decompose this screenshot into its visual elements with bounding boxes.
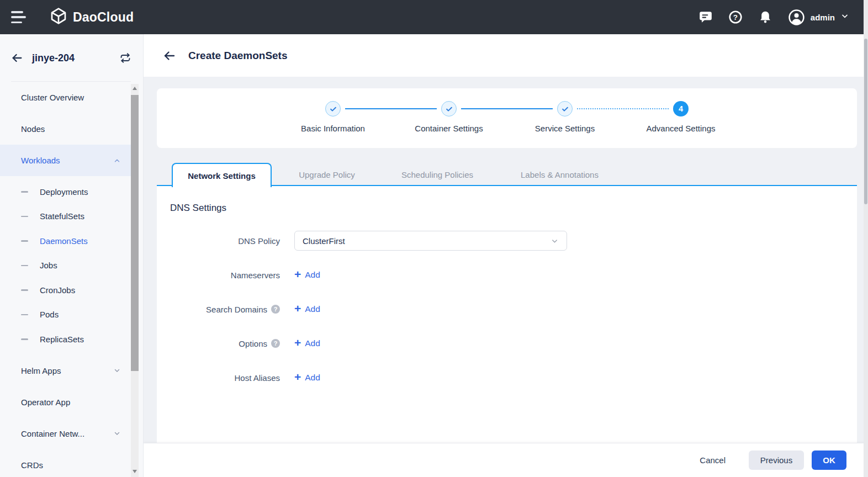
tabstrip: Network SettingsUpgrade PolicyScheduling… bbox=[157, 163, 857, 186]
form-row-options: Options?+Add bbox=[157, 326, 857, 361]
sidebar-item-cluster-overview[interactable]: Cluster Overview bbox=[0, 82, 131, 113]
step-check-icon bbox=[325, 101, 341, 116]
tab-network-settings[interactable]: Network Settings bbox=[172, 163, 272, 187]
dash-icon bbox=[21, 216, 28, 218]
sidebar-item-label: CRDs bbox=[21, 460, 121, 470]
sidebar-item-label: Deployments bbox=[40, 187, 121, 197]
page-title: Create DaemonSets bbox=[188, 50, 288, 62]
field-label: Search Domains bbox=[206, 305, 267, 314]
stepper: Basic InformationContainer SettingsServi… bbox=[157, 88, 857, 148]
form-row-host-aliases: Host Aliases+Add bbox=[157, 361, 857, 395]
sidebar-item-workloads[interactable]: Workloads bbox=[0, 145, 131, 176]
help-icon[interactable]: ? bbox=[271, 305, 280, 314]
field-label: Nameservers bbox=[231, 271, 280, 280]
sidebar-scrollbar-thumb[interactable] bbox=[131, 95, 139, 371]
sidebar-item-label: DaemonSets bbox=[40, 236, 121, 246]
step-service-settings[interactable]: Service Settings bbox=[507, 88, 623, 148]
dns-form: DNS Policy ClusterFirst Nameservers+AddS… bbox=[157, 224, 857, 395]
step-connector bbox=[577, 108, 669, 109]
sidebar-back-icon[interactable] bbox=[11, 52, 23, 64]
dns-policy-label: DNS Policy bbox=[238, 236, 280, 246]
bell-icon[interactable] bbox=[758, 10, 773, 25]
page-scrollbar[interactable] bbox=[864, 0, 868, 477]
sidebar-item-pods[interactable]: Pods bbox=[0, 303, 131, 327]
sidebar-item-operator-app[interactable]: Operator App bbox=[0, 386, 131, 418]
help-icon[interactable]: ? bbox=[728, 10, 743, 25]
dns-policy-select[interactable]: ClusterFirst bbox=[294, 231, 567, 251]
plus-icon: + bbox=[294, 269, 301, 279]
sidebar-item-label: Helm Apps bbox=[21, 366, 113, 375]
sidebar-item-cronjobs[interactable]: CronJobs bbox=[0, 278, 131, 303]
add-options-button[interactable]: +Add bbox=[294, 338, 320, 348]
sidebar-item-deployments[interactable]: Deployments bbox=[0, 179, 131, 204]
tab-labels-annotations[interactable]: Labels & Annotations bbox=[493, 163, 627, 186]
step-label: Basic Information bbox=[301, 124, 365, 133]
cluster-name: jinye-204 bbox=[32, 52, 120, 64]
page-scrollbar-thumb[interactable] bbox=[864, 39, 867, 204]
add-host-aliases-button[interactable]: +Add bbox=[294, 373, 320, 383]
scroll-up-icon[interactable] bbox=[131, 84, 139, 93]
help-icon[interactable]: ? bbox=[271, 339, 280, 348]
svg-text:?: ? bbox=[733, 13, 738, 22]
tab-label: Network Settings bbox=[188, 171, 256, 181]
step-basic-information[interactable]: Basic Information bbox=[275, 88, 391, 148]
step-advanced-settings[interactable]: 4Advanced Settings bbox=[623, 88, 739, 148]
chevron-down-icon bbox=[551, 237, 559, 245]
sidebar-item-label: CronJobs bbox=[40, 285, 121, 295]
dash-icon bbox=[21, 191, 28, 193]
sidebar-item-crds[interactable]: CRDs bbox=[0, 449, 131, 477]
sidebar-item-daemonsets[interactable]: DaemonSets bbox=[0, 229, 131, 253]
sidebar-item-label: Pods bbox=[40, 310, 121, 319]
wizard-footer: Cancel Previous OK bbox=[144, 443, 868, 477]
user-menu[interactable]: admin bbox=[788, 9, 849, 26]
step-check-icon bbox=[557, 101, 573, 116]
add-nameservers-button[interactable]: +Add bbox=[294, 270, 320, 280]
chat-icon[interactable] bbox=[698, 10, 713, 25]
sidebar-item-label: Cluster Overview bbox=[21, 93, 121, 102]
plus-icon: + bbox=[294, 372, 301, 382]
daocloud-logo-icon bbox=[50, 7, 67, 27]
sidebar-scrollbar[interactable] bbox=[131, 84, 139, 477]
sidebar-item-label: StatefulSets bbox=[40, 211, 121, 221]
sidebar-item-label: Container Netw... bbox=[21, 429, 113, 438]
chevron-down-icon bbox=[113, 367, 121, 374]
scroll-down-icon[interactable] bbox=[131, 467, 139, 476]
sidebar-item-nodes[interactable]: Nodes bbox=[0, 113, 131, 145]
form-row-search-domains: Search Domains?+Add bbox=[157, 292, 857, 326]
tab-upgrade-policy[interactable]: Upgrade Policy bbox=[272, 163, 382, 186]
menu-icon[interactable] bbox=[11, 11, 28, 23]
dash-icon bbox=[21, 240, 28, 242]
sidebar-item-helm-apps[interactable]: Helm Apps bbox=[0, 355, 131, 386]
chevron-down-icon bbox=[113, 430, 121, 437]
dash-icon bbox=[21, 314, 28, 316]
dash-icon bbox=[21, 289, 28, 291]
step-number: 4 bbox=[673, 101, 689, 116]
previous-button[interactable]: Previous bbox=[749, 451, 804, 470]
page-header: Create DaemonSets bbox=[144, 34, 868, 77]
main-area: Create DaemonSets Basic InformationConta… bbox=[144, 34, 868, 477]
username: admin bbox=[811, 13, 835, 22]
add-search-domains-button[interactable]: +Add bbox=[294, 304, 320, 314]
dash-icon bbox=[21, 338, 28, 340]
dash-icon bbox=[21, 265, 28, 267]
sidebar-item-label: ReplicaSets bbox=[40, 335, 121, 344]
refresh-icon[interactable] bbox=[120, 52, 131, 63]
brand[interactable]: DaoCloud bbox=[50, 7, 134, 27]
sidebar-item-jobs[interactable]: Jobs bbox=[0, 253, 131, 278]
step-label: Container Settings bbox=[415, 124, 483, 133]
sidebar-item-label: Jobs bbox=[40, 261, 121, 270]
tab-scheduling-policies[interactable]: Scheduling Policies bbox=[382, 163, 493, 186]
plus-icon: + bbox=[294, 338, 301, 348]
sidebar-item-container-netw[interactable]: Container Netw... bbox=[0, 418, 131, 449]
step-connector bbox=[461, 108, 553, 109]
sidebar-menu: Cluster OverviewNodesWorkloadsDeployment… bbox=[0, 82, 131, 477]
dns-policy-row: DNS Policy ClusterFirst bbox=[157, 224, 857, 258]
page-back-icon[interactable] bbox=[163, 49, 176, 62]
cancel-button[interactable]: Cancel bbox=[692, 451, 733, 470]
step-check-icon bbox=[441, 101, 457, 116]
sidebar-item-statefulsets[interactable]: StatefulSets bbox=[0, 204, 131, 229]
ok-button[interactable]: OK bbox=[812, 451, 846, 470]
dns-policy-value: ClusterFirst bbox=[303, 236, 551, 246]
step-container-settings[interactable]: Container Settings bbox=[391, 88, 507, 148]
sidebar-item-replicasets[interactable]: ReplicaSets bbox=[0, 327, 131, 352]
